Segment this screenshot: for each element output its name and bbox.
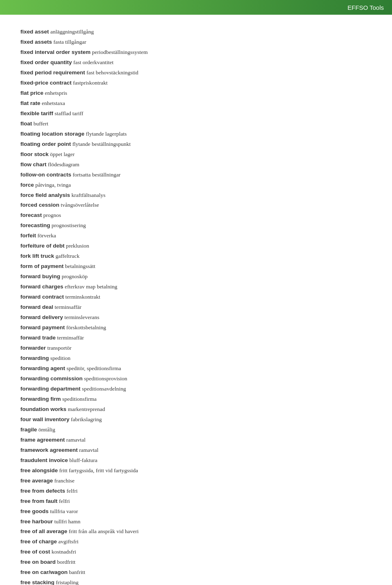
list-item: free of all average fritt från alla ansp… [20,527,372,537]
term: foundation works [20,406,67,412]
list-item: forwarding spedition [20,353,372,364]
list-item: forwarding firm speditionsfirma [20,394,372,404]
list-item: floating location storage flytande lager… [20,129,372,139]
list-item: free on board bordfritt [20,557,372,567]
term: forward trade [20,335,56,341]
term: floating order point [20,141,71,147]
term: free of cost [20,549,50,555]
term: free from defects [20,488,65,494]
list-item: forced cession tvångsöverlåtelse [20,200,372,210]
term: forwarding firm [20,396,61,402]
list-item: framework agreement ramavtal [20,445,372,455]
list-item: fraudulent invoice bluff-faktura [20,455,372,466]
list-item: forwarding agent speditör, speditionsfir… [20,364,372,374]
term: forward contract [20,294,64,300]
term: forward deal [20,304,53,310]
list-item: forward buying prognosköp [20,272,372,282]
term: form of payment [20,263,64,269]
list-item: float buffert [20,119,372,129]
term: forwarder [20,345,46,351]
list-item: fixed asset anläggningstillgång [20,27,372,37]
term: four wall inventory [20,416,69,422]
list-item: free goods tullfria varor [20,507,372,517]
list-item: force påtvinga, tvinga [20,180,372,190]
term: free from fault [20,498,58,504]
term: frame agreement [20,437,65,443]
term: forecast [20,212,42,218]
term: flat rate [20,100,40,106]
term: free alongside [20,467,58,473]
term: flat price [20,90,43,96]
list-item: fixed interval order system periodbestäl… [20,47,372,58]
list-item: four wall inventory fabrikslagring [20,415,372,425]
list-item: fixed period requirement fast behovstäck… [20,68,372,78]
list-item: free stacking fristapling [20,578,372,585]
term: force [20,182,34,188]
list-item: fixed order quantity fast orderkvantitet [20,58,372,68]
term: framework agreement [20,447,78,453]
term: fixed assets [20,39,52,45]
list-item: form of payment betalningssätt [20,261,372,272]
term: flexible tariff [20,110,53,116]
list-item: force field analysis kraftfältsanalys [20,190,372,201]
term: forwarding commission [20,375,82,382]
list-item: floor stock öppet lager [20,150,372,160]
term: forward payment [20,324,65,330]
list-item: free of charge avgiftsfri [20,537,372,547]
list-item: fork lift truck gaffeltruck [20,251,372,261]
list-item: free harbour tullfri hamn [20,517,372,527]
list-item: flat price enhetspris [20,88,372,98]
list-item: forward payment förskottsbetalning [20,323,372,333]
term: forfeiture of debt [20,243,65,249]
main-content: fixed asset anläggningstillgångfixed ass… [0,15,392,585]
term: free average [20,478,53,484]
term: floor stock [20,151,49,157]
term: free of charge [20,538,57,545]
term: forced cession [20,202,59,208]
list-item: forfeit förverka [20,231,372,241]
list-item: free from fault felfri [20,496,372,507]
term: force field analysis [20,192,70,198]
list-item: forecast prognos [20,210,372,221]
term: follow-on contracts [20,172,71,178]
term: free harbour [20,518,53,525]
list-item: forwarding department speditionsavdelnin… [20,384,372,394]
term: forward buying [20,273,60,279]
list-item: forward deal terminsaffär [20,302,372,313]
list-item: forward charges efterkrav map betalning [20,282,372,292]
list-item: free of cost kostnadsfri [20,547,372,557]
term: fraudulent invoice [20,457,68,463]
term: forwarding [20,355,49,361]
term: flow chart [20,161,47,167]
list-item: forward contract terminskontrakt [20,292,372,302]
list-item: free on car/wagon banfritt [20,567,372,578]
list-item: free from defects felfri [20,486,372,496]
list-item: free average franchise [20,476,372,486]
term: free of all average [20,528,67,534]
list-item: flow chart flödesdiagram [20,160,372,170]
term: floating location storage [20,131,85,137]
list-item: flat rate enhetstaxa [20,98,372,109]
term: fixed interval order system [20,49,91,55]
list-item: forward delivery terminsleverans [20,313,372,323]
list-item: fixed assets fasta tillgångar [20,37,372,47]
header-title: EFFSO Tools [347,4,384,11]
term: fixed order quantity [20,59,72,65]
term: fixed-price contract [20,80,71,86]
term: forwarding agent [20,365,65,371]
list-item: free alongside fritt fartygssida, fritt … [20,466,372,476]
term: free goods [20,508,49,514]
list-item: flexible tariff stafflad tariff [20,109,372,119]
term: free stacking [20,579,54,585]
term: fragile [20,426,37,433]
term: forwarding department [20,386,80,392]
list-item: fixed-price contract fastpriskontrakt [20,78,372,88]
list-item: forwarder transportör [20,343,372,353]
glossary-entries: fixed asset anläggningstillgångfixed ass… [20,27,372,585]
term: forfeit [20,232,36,239]
list-item: floating order point flytande beställnin… [20,139,372,150]
list-item: foundation works markentreprenad [20,404,372,415]
list-item: fragile ömtålig [20,425,372,435]
term: free on board [20,559,56,565]
list-item: forwarding commission speditionsprovisio… [20,374,372,384]
